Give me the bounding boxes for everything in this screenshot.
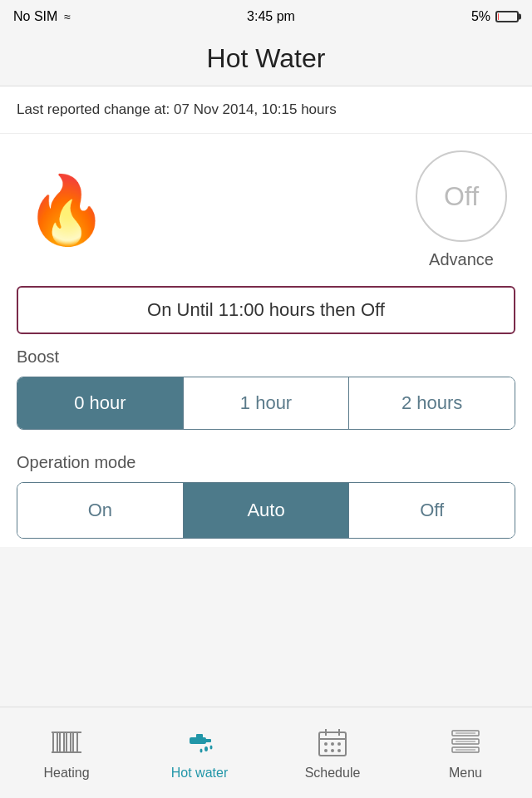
svg-rect-8 xyxy=(204,739,211,742)
boost-buttons: 0 hour 1 hour 2 hours xyxy=(17,377,515,430)
off-advance-button[interactable]: Off xyxy=(416,150,507,242)
nav-label-schedule: Schedule xyxy=(305,766,361,781)
wifi-icon: ≈ xyxy=(64,10,71,23)
operation-mode-label: Operation mode xyxy=(17,453,515,472)
status-banner: On Until 11:00 hours then Off xyxy=(17,286,515,334)
page-title: Hot Water xyxy=(0,43,532,74)
svg-point-17 xyxy=(331,742,334,746)
svg-rect-7 xyxy=(196,734,203,739)
svg-rect-1 xyxy=(60,732,64,752)
svg-point-10 xyxy=(210,745,213,749)
operation-buttons: On Auto Off xyxy=(17,482,515,539)
svg-point-20 xyxy=(331,749,334,752)
hotwater-icon xyxy=(183,726,216,759)
nav-item-schedule[interactable]: Schedule xyxy=(266,717,399,789)
svg-point-16 xyxy=(324,742,328,746)
advance-label: Advance xyxy=(429,250,494,269)
nav-item-heating[interactable]: Heating xyxy=(0,717,133,789)
svg-point-18 xyxy=(337,742,341,746)
nav-label-heating: Heating xyxy=(43,766,89,781)
svg-point-21 xyxy=(337,749,341,752)
off-advance-container: Off Advance xyxy=(416,150,507,269)
nav-label-hotwater: Hot water xyxy=(171,766,228,781)
boost-option-2[interactable]: 2 hours xyxy=(349,377,515,429)
status-right: 5% xyxy=(471,9,519,24)
heating-icon xyxy=(50,726,83,759)
svg-point-11 xyxy=(200,748,203,752)
boost-option-0[interactable]: 0 hour xyxy=(17,377,184,429)
controls-area: 🔥 Off Advance xyxy=(0,134,532,286)
last-reported-text: Last reported change at: 07 Nov 2014, 10… xyxy=(0,86,532,134)
status-left: No SIM ≈ xyxy=(13,9,71,24)
svg-point-19 xyxy=(324,749,328,752)
nav-label-menu: Menu xyxy=(449,766,482,781)
time-label: 3:45 pm xyxy=(247,9,295,24)
op-option-2[interactable]: Off xyxy=(349,483,515,538)
op-option-0[interactable]: On xyxy=(17,483,184,538)
flame-icon: 🔥 xyxy=(25,177,108,244)
carrier-label: No SIM xyxy=(13,9,57,24)
battery-percent: 5% xyxy=(471,9,490,24)
svg-rect-2 xyxy=(66,732,71,752)
nav-item-menu[interactable]: Menu xyxy=(399,717,532,789)
off-label: Off xyxy=(444,181,479,212)
main-content: Last reported change at: 07 Nov 2014, 10… xyxy=(0,86,532,547)
status-bar: No SIM ≈ 3:45 pm 5% xyxy=(0,0,532,33)
schedule-icon xyxy=(316,726,349,759)
nav-item-hotwater[interactable]: Hot water xyxy=(133,717,266,789)
boost-label: Boost xyxy=(17,347,515,367)
op-option-1[interactable]: Auto xyxy=(184,483,350,538)
operation-mode-section: Operation mode On Auto Off xyxy=(0,436,532,547)
page-header: Hot Water xyxy=(0,33,532,86)
boost-section: Boost 0 hour 1 hour 2 hours xyxy=(0,334,532,436)
bottom-nav: Heating Hot water S xyxy=(0,707,532,798)
svg-point-9 xyxy=(204,746,208,751)
boost-option-1[interactable]: 1 hour xyxy=(184,377,350,429)
menu-icon xyxy=(449,726,482,759)
svg-rect-3 xyxy=(73,732,77,752)
battery-icon xyxy=(495,11,519,22)
svg-rect-0 xyxy=(53,732,57,752)
